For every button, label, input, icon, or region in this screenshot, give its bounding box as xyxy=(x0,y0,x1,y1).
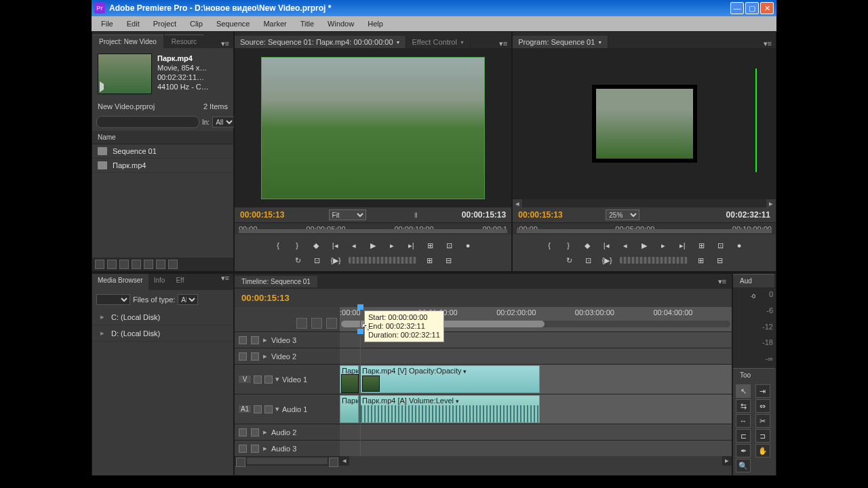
menu-project[interactable]: Project xyxy=(148,18,182,29)
ruler-scroll[interactable] xyxy=(517,229,772,233)
track-header[interactable]: ▸ Video 3 xyxy=(235,332,340,348)
track-header[interactable]: V ▾ Video 1 xyxy=(235,365,340,394)
delete-button[interactable] xyxy=(168,260,178,269)
trim-button[interactable]: ⊞ xyxy=(694,255,707,266)
settings-button[interactable] xyxy=(326,318,337,329)
selection-tool[interactable]: ↖ xyxy=(736,384,751,398)
eye-icon[interactable] xyxy=(239,336,247,344)
in-select[interactable]: All xyxy=(212,117,235,127)
menu-title[interactable]: Title xyxy=(295,18,319,29)
slip-tool[interactable]: ⊏ xyxy=(736,429,751,443)
track-lane[interactable]: Парк Парк.mp4 [A] Volume:Level ▾ xyxy=(340,394,732,424)
step-fwd-button[interactable]: ▸ xyxy=(657,240,669,251)
step-back-button[interactable]: ◂ xyxy=(619,240,631,251)
mark-out-button[interactable]: } xyxy=(291,240,303,251)
export-frame-button[interactable]: ● xyxy=(462,240,474,251)
export-frame-button[interactable]: ● xyxy=(733,240,745,251)
go-in-button[interactable]: |◂ xyxy=(329,240,341,251)
marker-button[interactable] xyxy=(311,318,322,329)
step-back-button[interactable]: ◂ xyxy=(348,240,360,251)
menu-marker[interactable]: Marker xyxy=(258,18,292,29)
chevron-right-icon[interactable]: ▸ xyxy=(263,336,267,344)
lock-icon[interactable] xyxy=(264,375,273,384)
icon-view-button[interactable] xyxy=(107,260,117,269)
overwrite-button[interactable]: ⊡ xyxy=(443,240,455,251)
lock-icon[interactable] xyxy=(251,445,259,453)
tab-media-browser[interactable]: Media Browser xyxy=(92,274,149,290)
track-lane[interactable] xyxy=(340,441,732,456)
directory-select[interactable] xyxy=(96,294,130,305)
lock-icon[interactable] xyxy=(264,405,273,413)
program-hscroll[interactable] xyxy=(522,199,766,207)
tab-tools[interactable]: Too xyxy=(733,368,774,382)
go-out-button[interactable]: ▸| xyxy=(676,240,688,251)
menu-help[interactable]: Help xyxy=(362,18,389,29)
scroll-right-icon[interactable]: ▸ xyxy=(722,456,732,466)
marker-button[interactable]: ◆ xyxy=(581,240,593,251)
drive-item[interactable]: ▸ C: (Local Disk) xyxy=(92,309,233,325)
eye-icon[interactable] xyxy=(239,352,247,361)
search-input[interactable] xyxy=(96,116,199,128)
program-video-view[interactable] xyxy=(513,48,776,199)
source-video-view[interactable] xyxy=(235,48,511,207)
insert-button[interactable]: ⊞ xyxy=(424,240,436,251)
track-header[interactable]: ▸ Audio 3 xyxy=(235,441,340,456)
mark-in-button[interactable]: { xyxy=(543,240,555,251)
jog-shuttle[interactable] xyxy=(349,257,416,264)
handles-icon[interactable]: ⦀ xyxy=(414,211,418,220)
chevron-right-icon[interactable]: ▸ xyxy=(263,352,267,361)
take-video-button[interactable]: ⊞ xyxy=(423,255,435,266)
source-tc-in[interactable]: 00:00:15:13 xyxy=(240,210,284,220)
source-zoom-select[interactable]: Fit xyxy=(329,209,366,220)
program-ruler[interactable]: :00:00 00:05:00:00 00:10:00:00 xyxy=(513,222,776,235)
clip-thumbnail[interactable] xyxy=(98,54,152,94)
in-out-button[interactable]: {▶} xyxy=(601,255,613,266)
safe-margins-button[interactable]: ⊡ xyxy=(582,255,594,266)
new-item-button[interactable] xyxy=(156,260,165,269)
menu-edit[interactable]: Edit xyxy=(121,18,145,29)
tab-audio[interactable]: Aud xyxy=(733,274,774,287)
snap-button[interactable] xyxy=(296,318,307,329)
mark-in-button[interactable]: { xyxy=(272,240,284,251)
menu-file[interactable]: File xyxy=(96,18,119,29)
ripple-tool[interactable]: ⇆ xyxy=(736,399,751,413)
loop-button[interactable]: ↻ xyxy=(563,255,575,266)
tab-source[interactable]: Source: Sequence 01: Парк.mp4: 00:00:00:… xyxy=(235,36,406,48)
automate-button[interactable] xyxy=(119,260,129,269)
lift-button[interactable]: ⊞ xyxy=(695,240,707,251)
menu-sequence[interactable]: Sequence xyxy=(211,18,256,29)
speaker-icon[interactable] xyxy=(239,445,247,453)
extract-button[interactable]: ⊡ xyxy=(714,240,726,251)
program-tc-in[interactable]: 00:00:15:13 xyxy=(518,210,562,220)
panel-menu-icon[interactable]: ▾≡ xyxy=(713,277,732,286)
timeline-scrollbar[interactable] xyxy=(349,456,722,466)
scroll-left-icon[interactable]: ◂ xyxy=(340,456,349,466)
take-audio-button[interactable]: ⊟ xyxy=(442,255,454,266)
track-lane[interactable]: Парк Парк.mp4 [V] Opacity:Opacity ▾ xyxy=(340,365,732,394)
menu-window[interactable]: Window xyxy=(322,18,359,29)
timeline-timecode[interactable]: 00:00:15:13 xyxy=(235,289,732,307)
tab-effects[interactable]: Eff xyxy=(170,274,189,290)
track-lane[interactable] xyxy=(340,424,732,440)
clip-audio[interactable]: Парк.mp4 [A] Volume:Level ▾ xyxy=(360,395,540,423)
pen-tool[interactable]: ✒ xyxy=(736,444,751,458)
list-view-button[interactable] xyxy=(95,260,104,269)
track-lane[interactable]: Start: 00:00:00:00 End: 00:02:32:11 Dura… xyxy=(340,332,732,348)
list-item[interactable]: Sequence 01 xyxy=(92,144,233,159)
step-fwd-button[interactable]: ▸ xyxy=(386,240,398,251)
tab-effect-controls[interactable]: Effect Control▼ xyxy=(406,36,470,48)
zoom-slider[interactable] xyxy=(247,458,328,464)
razor-tool[interactable]: ✂ xyxy=(755,414,770,428)
lock-icon[interactable] xyxy=(251,428,259,436)
rolling-tool[interactable]: ⇔ xyxy=(755,399,770,413)
column-header-name[interactable]: Name xyxy=(92,131,233,144)
close-button[interactable]: ✕ xyxy=(760,2,774,14)
zoom-tool[interactable]: 🔍 xyxy=(736,459,751,472)
in-out-button[interactable]: {▶} xyxy=(330,255,342,266)
track-header[interactable]: ▸ Video 2 xyxy=(235,348,340,364)
settings-button[interactable]: ⊟ xyxy=(713,255,726,266)
list-item[interactable]: Парк.mp4 xyxy=(92,159,233,173)
panel-menu-icon[interactable]: ▾≡ xyxy=(221,39,233,48)
scroll-right-icon[interactable]: ▸ xyxy=(766,199,776,207)
titlebar[interactable]: Pr Adobe Premiere Pro - D:\новое видео\N… xyxy=(92,0,776,16)
